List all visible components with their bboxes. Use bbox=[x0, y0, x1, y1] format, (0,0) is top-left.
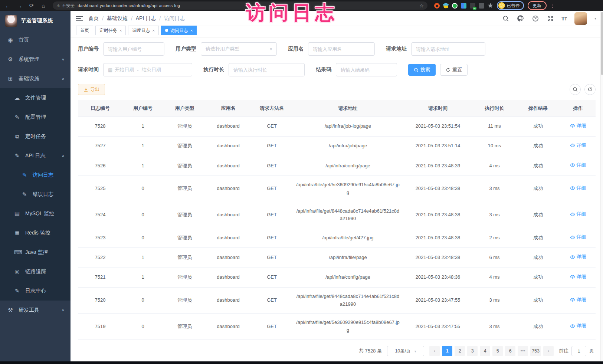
page-button[interactable]: 2 bbox=[455, 346, 465, 356]
detail-link[interactable]: 详细 bbox=[570, 184, 586, 192]
duration-input[interactable] bbox=[233, 67, 300, 73]
help-icon[interactable] bbox=[532, 15, 539, 22]
browser-home-icon[interactable]: ⌂ bbox=[39, 3, 47, 9]
detail-link[interactable]: 详细 bbox=[570, 233, 586, 241]
duration-cell: 3 ms bbox=[473, 314, 516, 340]
sidebar-item-mysql-monitor[interactable]: ▤ MySQL 监控 bbox=[0, 204, 71, 223]
page-button[interactable]: 5 bbox=[492, 346, 503, 356]
extension-pin-icon[interactable] bbox=[488, 3, 493, 9]
browser-update-button[interactable]: 更新 bbox=[528, 1, 547, 10]
extension-icon[interactable] bbox=[461, 3, 466, 9]
time-cell: 2021-05-03 23:51:14 bbox=[403, 136, 473, 156]
close-icon[interactable]: × bbox=[190, 28, 193, 33]
avatar-caret-icon[interactable]: ▾ bbox=[594, 16, 596, 20]
action-cell: 详细 bbox=[560, 314, 596, 340]
search-button[interactable]: 搜索 bbox=[408, 64, 436, 76]
log-icon: ✎ bbox=[14, 153, 20, 159]
detail-link[interactable]: 详细 bbox=[570, 322, 586, 330]
browser-forward-icon[interactable]: → bbox=[16, 3, 24, 9]
sidebar-item-dev-tools[interactable]: ⚒ 研发工具 ∨ bbox=[0, 301, 71, 320]
more-pages-button[interactable]: ••• bbox=[518, 346, 528, 356]
github-icon[interactable] bbox=[517, 15, 524, 22]
url-text[interactable]: dashboard.yudao.iocoder.cn/infra/log/api… bbox=[78, 3, 416, 8]
page-button[interactable]: 1 bbox=[442, 346, 452, 356]
detail-link[interactable]: 详细 bbox=[570, 142, 586, 150]
detail-link[interactable]: 详细 bbox=[570, 210, 586, 218]
page-button[interactable]: 6 bbox=[505, 346, 515, 356]
tab-access-log[interactable]: 访问日志× bbox=[161, 26, 197, 35]
export-button[interactable]: 导出 bbox=[78, 84, 105, 95]
detail-link[interactable]: 详细 bbox=[570, 122, 586, 130]
duration-cell: 3 ms bbox=[473, 176, 516, 202]
browser-reload-icon[interactable]: ⟳ bbox=[27, 2, 36, 9]
sidebar-item-infra[interactable]: ⊞ 基础设施 ∧ bbox=[0, 69, 71, 88]
column-header: 执行时长 bbox=[473, 100, 516, 117]
breadcrumb-home[interactable]: 首页 bbox=[88, 15, 99, 22]
extension-icon[interactable] bbox=[479, 3, 484, 9]
date-range-picker[interactable]: ▦ 开始日期 - 结束日期 bbox=[103, 63, 192, 76]
toggle-search-button[interactable] bbox=[570, 84, 581, 95]
app-name-input[interactable] bbox=[313, 46, 370, 52]
sidebar-item-config-manage[interactable]: ✎ 配置管理 bbox=[0, 108, 71, 127]
tab-schedule-log[interactable]: 调度日志× bbox=[128, 26, 158, 35]
time-cell: 2021-05-03 23:48:38 bbox=[403, 228, 473, 248]
font-size-icon[interactable]: TT bbox=[561, 15, 567, 22]
browser-menu-icon[interactable]: ⋮ bbox=[550, 3, 556, 9]
security-warning[interactable]: ⚠不安全 bbox=[56, 3, 75, 9]
next-page-button[interactable]: › bbox=[543, 346, 554, 356]
log-id-cell: 7526 bbox=[78, 156, 122, 176]
user-type-select[interactable]: 请选择用户类型 ▾ bbox=[201, 42, 277, 56]
page-content: 用户编号 用户类型 请选择用户类型 ▾ 应用名 bbox=[71, 37, 603, 361]
sidebar-item-home[interactable]: ◉ 首页 bbox=[0, 30, 71, 50]
user-avatar[interactable] bbox=[574, 12, 587, 25]
scrollbar[interactable] bbox=[600, 11, 603, 361]
fullscreen-icon[interactable] bbox=[547, 15, 554, 22]
sidebar-item-file-manage[interactable]: ☁ 文件管理 bbox=[0, 88, 71, 108]
detail-link[interactable]: 详细 bbox=[570, 253, 586, 261]
page-button[interactable]: 3 bbox=[467, 346, 478, 356]
tab-scheduled-job[interactable]: 定时任务× bbox=[95, 26, 126, 35]
page-button[interactable]: 753 bbox=[530, 346, 541, 356]
tab-home[interactable]: 首页 bbox=[76, 26, 93, 35]
user-id-input[interactable] bbox=[108, 46, 160, 52]
detail-link[interactable]: 详细 bbox=[570, 296, 586, 304]
close-icon[interactable]: × bbox=[119, 28, 122, 33]
sidebar-item-redis-monitor[interactable]: ≣ Redis 监控 bbox=[0, 223, 71, 243]
app-header: 首页 / 基础设施 / API 日志 / 访问日志 bbox=[71, 11, 603, 26]
detail-link[interactable]: 详细 bbox=[570, 161, 586, 169]
browser-back-icon[interactable]: ← bbox=[4, 3, 12, 9]
sidebar-item-access-log[interactable]: ✎ 访问日志 bbox=[0, 165, 71, 185]
address-bar[interactable]: ⚠不安全 dashboard.yudao.iocoder.cn/infra/lo… bbox=[53, 1, 427, 10]
app-logo[interactable]: 芋道管理系统 bbox=[0, 11, 71, 30]
extension-icon[interactable] bbox=[434, 3, 440, 9]
sidebar-item-scheduled-job[interactable]: ⧉ 定时任务 bbox=[0, 127, 71, 146]
extension-icon[interactable] bbox=[452, 3, 458, 9]
breadcrumb-api-log[interactable]: API 日志 bbox=[136, 15, 156, 22]
search-icon[interactable] bbox=[502, 15, 509, 22]
sidebar-item-java-monitor[interactable]: ⌨ Java 监控 bbox=[0, 243, 71, 262]
refresh-button[interactable] bbox=[584, 84, 596, 95]
app-name-cell: dashboard bbox=[206, 268, 250, 287]
result-code-input[interactable] bbox=[341, 67, 392, 73]
hamburger-icon[interactable] bbox=[76, 14, 83, 23]
browser-profile-badge[interactable]: 😜 已暂停 bbox=[497, 1, 524, 10]
sidebar-item-api-log[interactable]: ✎ API 日志 ∧ bbox=[0, 146, 71, 165]
sidebar-item-error-log[interactable]: ✎ 错误日志 bbox=[0, 185, 71, 204]
detail-link[interactable]: 详细 bbox=[570, 273, 586, 281]
extension-icon[interactable] bbox=[470, 3, 475, 9]
log-id-cell: 7522 bbox=[78, 248, 122, 268]
close-icon[interactable]: × bbox=[152, 28, 154, 33]
sidebar-item-system[interactable]: ⚙ 系统管理 ∨ bbox=[0, 50, 71, 69]
reset-button[interactable]: 重置 bbox=[440, 64, 468, 76]
page-button[interactable]: 4 bbox=[480, 346, 490, 356]
goto-page-input[interactable] bbox=[571, 346, 586, 356]
page-size-select[interactable]: 10条/页 ▾ bbox=[387, 346, 424, 356]
sidebar-item-trace[interactable]: ◎ 链路追踪 bbox=[0, 262, 71, 281]
prev-page-button[interactable]: ‹ bbox=[429, 346, 440, 356]
sidebar-item-log-center[interactable]: ✎ 日志中心 bbox=[0, 281, 71, 301]
table-row: 75190管理员dashboardGET/api/infra/file/get/… bbox=[78, 314, 596, 340]
bookmark-star-icon[interactable]: ☆ bbox=[419, 3, 424, 9]
request-url-input[interactable] bbox=[416, 46, 481, 52]
breadcrumb-infra[interactable]: 基础设施 bbox=[107, 15, 128, 22]
extension-icon[interactable] bbox=[443, 3, 449, 9]
